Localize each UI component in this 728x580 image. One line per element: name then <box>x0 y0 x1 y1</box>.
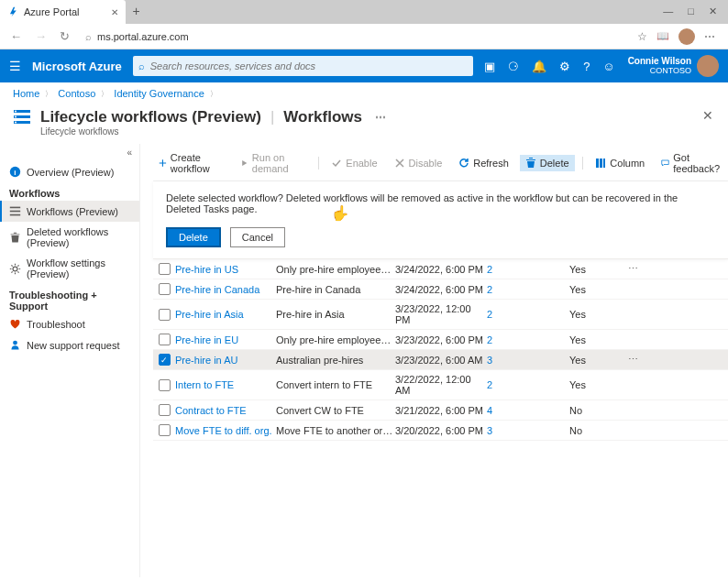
workflow-count-link[interactable]: 3 <box>487 355 492 366</box>
confirm-delete-button[interactable]: Delete <box>166 227 221 247</box>
table-row[interactable]: Move FTE to diff. org. Move FTE to anoth… <box>153 421 728 441</box>
row-checkbox[interactable] <box>159 309 171 321</box>
sidebar-item-workflows[interactable]: Workflows (Preview) <box>0 201 139 222</box>
workflow-name-link[interactable]: Pre-hire in AU <box>175 355 237 366</box>
workflow-count-link[interactable]: 2 <box>487 334 492 345</box>
row-menu-icon[interactable]: ⋯ <box>624 263 643 275</box>
workflow-active: Yes <box>569 264 624 275</box>
sidebar-item-overview[interactable]: i Overview (Preview) <box>0 161 139 182</box>
user-avatar <box>697 55 719 77</box>
sidebar-item-deleted[interactable]: Deleted workflows (Preview) <box>0 222 139 253</box>
brand-label: Microsoft Azure <box>32 60 122 73</box>
sidebar-item-settings[interactable]: Workflow settings (Preview) <box>0 253 139 284</box>
sidebar-item-label: Deleted workflows (Preview) <box>27 226 130 248</box>
breadcrumb-home[interactable]: Home <box>13 88 39 99</box>
table-row[interactable]: Pre-hire in US Only pre-hire employees i… <box>153 259 728 279</box>
row-menu-icon[interactable]: ⋯ <box>624 354 643 366</box>
search-icon: ⌕ <box>138 60 145 71</box>
cloud-shell-icon[interactable]: ▣ <box>484 60 495 73</box>
sidebar-item-troubleshoot[interactable]: Troubleshoot <box>0 313 139 334</box>
collapse-sidebar-icon[interactable]: « <box>0 144 139 161</box>
refresh-button[interactable]: ↻ <box>57 29 72 43</box>
workflow-active: Yes <box>569 379 624 390</box>
workflow-name-link[interactable]: Intern to FTE <box>175 379 234 390</box>
table-row[interactable]: Contract to FTE Convert CW to FTE 3/21/2… <box>153 400 728 421</box>
trash-icon <box>9 232 21 244</box>
user-name: Connie Wilson <box>628 56 691 66</box>
help-icon[interactable]: ? <box>583 60 590 73</box>
window-titlebar: Azure Portal ✕ + — □ ✕ <box>0 0 728 24</box>
workflow-count-link[interactable]: 2 <box>487 264 492 275</box>
column-button[interactable]: Column <box>590 155 650 171</box>
table-row[interactable]: ✓ Pre-hire in AU Australian pre-hires 3/… <box>153 350 728 370</box>
url-input[interactable] <box>97 31 624 42</box>
row-checkbox[interactable]: ✓ <box>159 354 171 366</box>
workflow-name-link[interactable]: Pre-hire in Asia <box>175 309 244 320</box>
disable-button: Disable <box>389 155 448 171</box>
workflow-count-link[interactable]: 2 <box>487 284 492 295</box>
minimize-icon[interactable]: — <box>663 5 673 17</box>
workflow-name-link[interactable]: Pre-hire in EU <box>175 334 238 345</box>
tab-close-icon[interactable]: ✕ <box>111 7 118 17</box>
table-row[interactable]: Pre-hire in EU Only pre-hire employees i… <box>153 330 728 350</box>
workflow-date: 3/23/2022, 12:00 PM <box>395 303 487 325</box>
search-icon: ⌕ <box>85 31 92 42</box>
table-row[interactable]: Pre-hire in Asia Pre-hire in Asia 3/23/2… <box>153 300 728 330</box>
directories-icon[interactable]: ⚆ <box>508 60 519 73</box>
workflow-name-link[interactable]: Contract to FTE <box>175 405 247 416</box>
breadcrumb: Home 〉 Contoso 〉 Identity Governance 〉 <box>0 82 728 104</box>
row-checkbox[interactable] <box>159 334 171 345</box>
table-row[interactable]: Pre-hire in Canada Pre-hire in Canada 3/… <box>153 279 728 300</box>
workflow-name-link[interactable]: Move FTE to diff. org. <box>175 425 272 436</box>
workflow-date: 3/24/2022, 6:00 PM <box>395 264 487 275</box>
refresh-button[interactable]: Refresh <box>453 155 514 171</box>
close-window-icon[interactable]: ✕ <box>709 5 717 17</box>
search-input[interactable] <box>150 60 468 71</box>
browser-tab[interactable]: Azure Portal ✕ <box>0 0 126 24</box>
row-checkbox[interactable] <box>159 263 171 275</box>
workflow-name-link[interactable]: Pre-hire in Canada <box>175 284 259 295</box>
profile-avatar[interactable] <box>678 28 695 45</box>
menu-icon[interactable]: ☰ <box>9 59 21 73</box>
workflow-active: Yes <box>569 309 624 320</box>
workflow-desc: Australian pre-hires <box>276 355 395 366</box>
svg-rect-8 <box>10 207 20 209</box>
button-label: Column <box>610 158 645 169</box>
close-blade-icon[interactable]: ✕ <box>702 108 713 123</box>
workflow-count-link[interactable]: 2 <box>487 379 492 390</box>
notifications-icon[interactable]: 🔔 <box>532 60 546 73</box>
feedback-icon[interactable]: ☺ <box>602 60 614 73</box>
workflow-count-link[interactable]: 2 <box>487 309 492 320</box>
workflow-name-link[interactable]: Pre-hire in US <box>175 264 238 275</box>
run-on-demand-button: Run on demand <box>235 149 311 177</box>
chat-icon <box>661 158 669 169</box>
browser-menu-icon[interactable]: ⋯ <box>704 30 715 43</box>
new-tab-button[interactable]: + <box>126 0 148 22</box>
favorite-icon[interactable]: ☆ <box>637 30 647 43</box>
delete-button[interactable]: Delete <box>520 155 575 171</box>
workflow-count-link[interactable]: 4 <box>487 405 492 416</box>
breadcrumb-contoso[interactable]: Contoso <box>58 88 95 99</box>
back-button[interactable]: ← <box>7 29 25 43</box>
row-checkbox[interactable] <box>159 283 171 295</box>
feedback-button[interactable]: Got feedback? <box>656 149 728 177</box>
reading-icon[interactable]: 📖 <box>656 30 669 42</box>
user-block[interactable]: Connie Wilson CONTOSO <box>628 55 719 77</box>
breadcrumb-ig[interactable]: Identity Governance <box>114 88 204 99</box>
maximize-icon[interactable]: □ <box>688 5 694 17</box>
workflow-active: No <box>569 425 624 436</box>
workflow-count-link[interactable]: 3 <box>487 425 492 436</box>
table-row[interactable]: Intern to FTE Convert intern to FTE 3/22… <box>153 370 728 400</box>
sidebar-item-label: Workflow settings (Preview) <box>27 257 130 279</box>
page-menu-icon[interactable]: ⋯ <box>375 111 386 124</box>
forward-button[interactable]: → <box>32 29 50 43</box>
row-checkbox[interactable] <box>159 424 171 436</box>
row-checkbox[interactable] <box>159 379 171 391</box>
row-checkbox[interactable] <box>159 404 171 416</box>
create-workflow-button[interactable]: Create workflow <box>153 149 229 177</box>
cancel-button[interactable]: Cancel <box>230 227 285 247</box>
url-field[interactable]: ⌕ <box>80 31 630 42</box>
sidebar-item-new-request[interactable]: New support request <box>0 334 139 356</box>
global-search[interactable]: ⌕ <box>133 56 473 76</box>
settings-icon[interactable]: ⚙ <box>559 60 570 73</box>
